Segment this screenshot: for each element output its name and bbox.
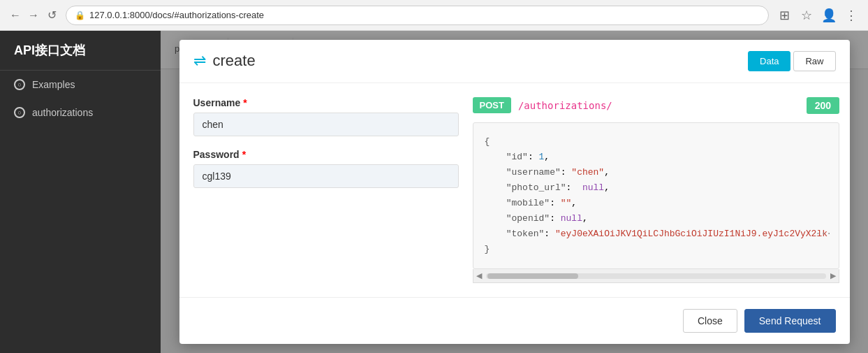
- modal-tabs: Data Raw: [748, 51, 835, 71]
- modal-title-text: create: [213, 52, 256, 70]
- bookmark-icon[interactable]: ☆: [798, 7, 815, 24]
- password-input[interactable]: [193, 164, 459, 188]
- browser-chrome: ← → ↺ 🔒 127.0.0.1:8000/docs/#authorizati…: [0, 0, 868, 31]
- examples-icon: ○: [14, 79, 25, 90]
- status-badge: 200: [807, 97, 839, 114]
- response-body: { "id": 1, "username": "chen", "photo_ur…: [473, 122, 840, 270]
- scroll-right-arrow[interactable]: ▶: [830, 271, 836, 280]
- menu-icon[interactable]: ⋮: [843, 7, 860, 24]
- send-request-button[interactable]: Send Request: [744, 309, 836, 333]
- scroll-thumb[interactable]: [487, 273, 578, 279]
- refresh-button[interactable]: ↺: [45, 8, 59, 22]
- password-required: *: [242, 149, 246, 160]
- modal-header: ⇌ create Data Raw: [179, 40, 850, 83]
- forward-button[interactable]: →: [27, 8, 41, 22]
- form-panel: Username * Password *: [193, 97, 459, 284]
- scroll-left-arrow[interactable]: ◀: [476, 271, 482, 280]
- browser-actions: ⊞ ☆ 👤 ⋮: [776, 7, 860, 24]
- address-bar[interactable]: 🔒 127.0.0.1:8000/docs/#authorizations-cr…: [66, 6, 769, 25]
- translate-icon[interactable]: ⊞: [776, 7, 793, 24]
- close-button[interactable]: Close: [683, 309, 737, 333]
- method-badge: POST: [473, 97, 511, 113]
- lock-icon: 🔒: [75, 10, 85, 20]
- password-group: Password *: [193, 149, 459, 188]
- username-input[interactable]: [193, 113, 459, 136]
- profile-icon[interactable]: 👤: [821, 7, 837, 24]
- sidebar-title: API接口文档: [0, 31, 161, 71]
- page-layout: API接口文档 ○ Examples ○ authorizations pass…: [0, 31, 868, 353]
- sidebar-item-label: Examples: [32, 79, 75, 90]
- arrows-icon: ⇌: [193, 52, 206, 70]
- username-label: Username *: [193, 97, 459, 108]
- sidebar-item-label: authorizations: [32, 107, 93, 118]
- password-label: Password *: [193, 149, 459, 160]
- back-button[interactable]: ←: [8, 8, 22, 22]
- username-required: *: [243, 97, 247, 108]
- tab-raw[interactable]: Raw: [793, 51, 835, 71]
- nav-buttons: ← → ↺: [8, 8, 59, 22]
- response-header: POST /authorizations/ 200: [473, 97, 840, 114]
- main-content: password 用户密码 ⇌ create Data Raw: [161, 31, 868, 353]
- url-text: 127.0.0.1:8000/docs/#authorizations-crea…: [89, 10, 264, 20]
- username-group: Username *: [193, 97, 459, 136]
- modal: ⇌ create Data Raw Username: [179, 40, 850, 345]
- sidebar: API接口文档 ○ Examples ○ authorizations: [0, 31, 161, 353]
- endpoint-url: /authorizations/: [518, 100, 612, 111]
- sidebar-item-authorizations[interactable]: ○ authorizations: [0, 99, 161, 127]
- response-panel: POST /authorizations/ 200 { "id": 1, "us…: [473, 97, 840, 284]
- modal-overlay: ⇌ create Data Raw Username: [161, 31, 868, 353]
- authorizations-icon: ○: [14, 107, 25, 118]
- modal-title: ⇌ create: [193, 52, 256, 70]
- modal-footer: Close Send Request: [179, 297, 850, 344]
- modal-body: Username * Password *: [179, 83, 850, 298]
- tab-data[interactable]: Data: [748, 51, 790, 71]
- sidebar-item-examples[interactable]: ○ Examples: [0, 71, 161, 99]
